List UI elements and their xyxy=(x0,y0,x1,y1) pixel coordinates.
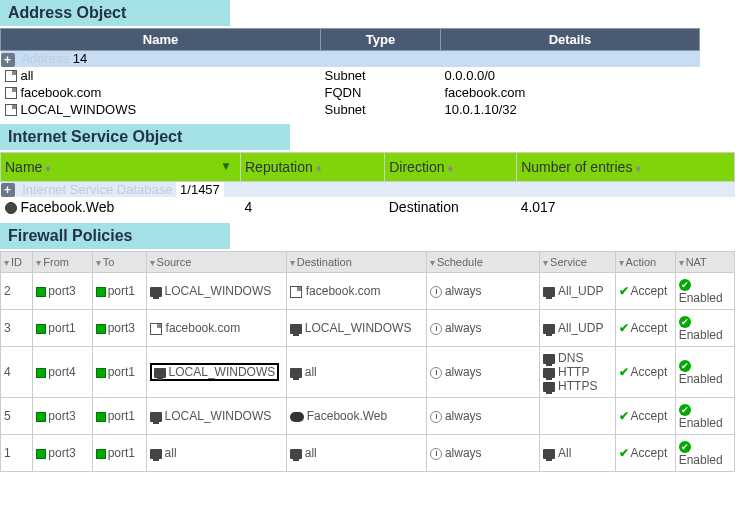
clock-icon xyxy=(430,286,442,298)
fp-cell-to: port1 xyxy=(92,347,146,398)
fp-header-action[interactable]: ▾Action xyxy=(615,252,675,273)
ao-header-type[interactable]: Type xyxy=(321,29,441,51)
fp-cell-from: port3 xyxy=(33,435,92,472)
fp-cell-to: port1 xyxy=(92,398,146,435)
iso-group-row[interactable]: + Internet Service Database 1/1457 xyxy=(1,181,735,197)
iso-header-dir-text: Direction xyxy=(389,159,444,175)
check-circle-icon: ✔ xyxy=(679,279,691,291)
fp-header-destination[interactable]: ▾Destination xyxy=(286,252,426,273)
ao-cell-name[interactable]: all xyxy=(1,67,321,84)
port-icon xyxy=(96,324,106,334)
filter-funnel-icon[interactable]: ▾ xyxy=(543,257,548,268)
service-icon xyxy=(543,368,555,378)
filter-funnel-icon[interactable]: ▾ xyxy=(36,257,41,268)
table-row[interactable]: 2port3port1LOCAL_WINDOWSfacebook.comalwa… xyxy=(1,273,735,310)
table-row[interactable]: 1port3port1allallalwaysAll✔Accept✔Enable… xyxy=(1,435,735,472)
fp-cell-destination: facebook.com xyxy=(286,273,426,310)
fp-cell-service: All_UDP xyxy=(540,310,615,347)
check-icon: ✔ xyxy=(619,409,629,423)
filter-funnel-icon[interactable]: ▾ xyxy=(430,257,435,268)
ao-cell-details: 10.0.1.10/32 xyxy=(441,101,700,118)
firewall-policies-table: ▾ID ▾From ▾To ▾Source ▾Destination ▾Sche… xyxy=(0,251,735,472)
check-icon: ✔ xyxy=(619,321,629,335)
ao-header-name[interactable]: Name xyxy=(1,29,321,51)
filter-funnel-icon[interactable]: ▾ xyxy=(4,257,9,268)
fp-header-from[interactable]: ▾From xyxy=(33,252,92,273)
fp-cell-source: LOCAL_WINDOWS xyxy=(146,347,286,398)
iso-header-direction[interactable]: Direction♦ xyxy=(385,152,517,181)
port-icon xyxy=(96,368,106,378)
ao-group-row[interactable]: + Address 14 xyxy=(1,51,700,67)
filter-funnel-icon[interactable]: ▾ xyxy=(619,257,624,268)
service-icon xyxy=(543,287,555,297)
port-icon xyxy=(36,368,46,378)
check-icon: ✔ xyxy=(619,446,629,460)
fp-header-to[interactable]: ▾To xyxy=(92,252,146,273)
ao-header-details[interactable]: Details xyxy=(441,29,700,51)
fp-h-action: Action xyxy=(626,256,657,268)
fp-cell-service: DNSHTTPHTTPS xyxy=(540,347,615,398)
fp-cell-nat: ✔Enabled xyxy=(675,435,734,472)
address-object-table: Name Type Details + Address 14 all Subne… xyxy=(0,28,700,118)
page-icon xyxy=(5,70,17,82)
sort-icon[interactable]: ♦ xyxy=(635,162,641,174)
fp-cell-schedule: always xyxy=(426,273,539,310)
monitor-icon xyxy=(154,368,166,378)
fp-header-schedule[interactable]: ▾Schedule xyxy=(426,252,539,273)
ao-name-text: facebook.com xyxy=(21,85,102,100)
iso-group-label: Internet Service Database xyxy=(22,182,172,197)
filter-funnel-icon[interactable]: ▾ xyxy=(290,257,295,268)
ao-cell-name[interactable]: LOCAL_WINDOWS xyxy=(1,101,321,118)
check-circle-icon: ✔ xyxy=(679,360,691,372)
ao-cell-name[interactable]: facebook.com xyxy=(1,84,321,101)
check-circle-icon: ✔ xyxy=(679,316,691,328)
fp-header-service[interactable]: ▾Service xyxy=(540,252,615,273)
expand-icon[interactable]: + xyxy=(1,53,15,67)
expand-icon[interactable]: + xyxy=(1,183,15,197)
iso-header-name-text: Name xyxy=(5,159,42,175)
page-icon xyxy=(5,104,17,116)
fp-cell-action: ✔Accept xyxy=(615,273,675,310)
fp-header-nat[interactable]: ▾NAT xyxy=(675,252,734,273)
filter-funnel-icon[interactable]: ▾ xyxy=(150,257,155,268)
fp-h-to: To xyxy=(103,256,115,268)
sort-icon[interactable]: ♦ xyxy=(45,162,51,174)
fp-h-from: From xyxy=(43,256,69,268)
iso-header-entries[interactable]: Number of entries♦ xyxy=(517,152,735,181)
table-row[interactable]: 4port4port1LOCAL_WINDOWSallalwaysDNSHTTP… xyxy=(1,347,735,398)
filter-icon[interactable]: ▼ xyxy=(220,159,232,173)
source-highlight: LOCAL_WINDOWS xyxy=(150,363,280,381)
filter-funnel-icon[interactable]: ▾ xyxy=(679,257,684,268)
source-text: facebook.com xyxy=(166,321,241,335)
fp-h-dest: Destination xyxy=(297,256,352,268)
table-row[interactable]: 5port3port1LOCAL_WINDOWSFacebook.Webalwa… xyxy=(1,398,735,435)
fp-cell-service: All_UDP xyxy=(540,273,615,310)
ao-cell-details: facebook.com xyxy=(441,84,700,101)
iso-header-name[interactable]: Name♦ ▼ xyxy=(1,152,241,181)
section-address-object: Address Object xyxy=(0,0,230,26)
source-text: all xyxy=(165,446,177,460)
filter-funnel-icon[interactable]: ▾ xyxy=(96,257,101,268)
fp-header-source[interactable]: ▾Source xyxy=(146,252,286,273)
iso-cell-name[interactable]: Facebook.Web xyxy=(1,197,241,217)
ao-group-count: 14 xyxy=(73,51,87,66)
clock-icon xyxy=(430,323,442,335)
fp-cell-destination: all xyxy=(286,435,426,472)
sort-icon[interactable]: ♦ xyxy=(316,162,322,174)
fp-cell-nat: ✔Enabled xyxy=(675,273,734,310)
fp-cell-from: port3 xyxy=(33,398,92,435)
port-icon xyxy=(36,412,46,422)
clock-icon xyxy=(430,411,442,423)
iso-cell-reputation: 4 xyxy=(241,197,385,217)
fp-cell-action: ✔Accept xyxy=(615,398,675,435)
dest-text: facebook.com xyxy=(306,284,381,298)
service-name: HTTPS xyxy=(558,379,597,393)
fp-cell-action: ✔Accept xyxy=(615,435,675,472)
table-row[interactable]: 3port1port3facebook.comLOCAL_WINDOWSalwa… xyxy=(1,310,735,347)
fp-cell-nat: ✔Enabled xyxy=(675,310,734,347)
service-icon xyxy=(543,324,555,334)
sort-icon[interactable]: ♦ xyxy=(447,162,453,174)
iso-header-reputation[interactable]: Reputation♦ xyxy=(241,152,385,181)
port-icon xyxy=(36,449,46,459)
fp-header-id[interactable]: ▾ID xyxy=(1,252,33,273)
